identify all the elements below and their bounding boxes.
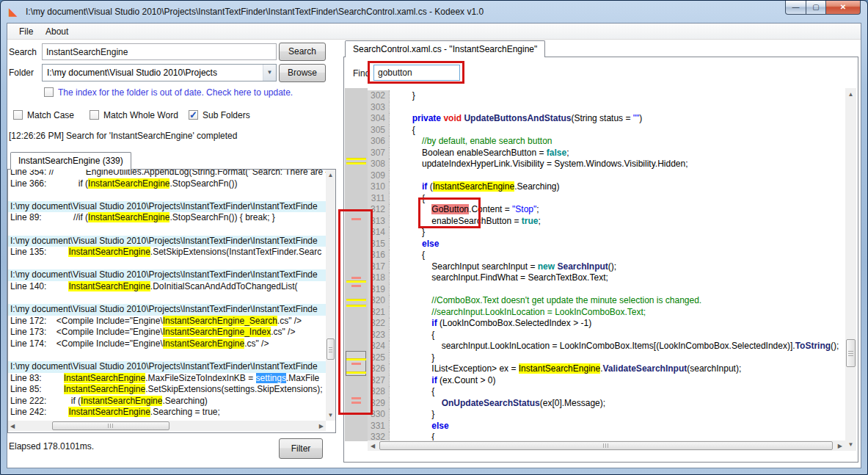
code-line[interactable]: 305 { (368, 125, 845, 137)
scroll-left-icon[interactable]: ◀ (10, 423, 15, 429)
result-row[interactable]: Line 222: if (InstantSearchEngine.Search… (8, 396, 326, 407)
window-title: I:\my document\Visual Studio 2010\Projec… (26, 7, 484, 17)
code-line[interactable]: 328 { (368, 386, 845, 398)
code-line[interactable]: 309 (368, 170, 845, 182)
search-label: Search (9, 47, 37, 57)
title-bar[interactable]: ◣ I:\my document\Visual Studio 2010\Proj… (1, 1, 867, 23)
result-row[interactable]: Line 242: InstantSearchEngine.Searching … (8, 407, 326, 418)
scroll-left-icon[interactable]: ◀ (371, 443, 375, 449)
scroll-right-icon[interactable]: ▶ (838, 443, 842, 449)
editor-tab[interactable]: SearchControl.xaml.cs - "InstantSearchEn… (345, 40, 545, 57)
code-line[interactable]: 320 //ComboBox.Text doesn't get update t… (368, 295, 845, 307)
scroll-marker-yellow[interactable] (346, 158, 366, 160)
results-hscroll-thumb[interactable] (52, 421, 169, 430)
code-line[interactable]: 303 (368, 102, 845, 114)
match-whole-word-checkbox[interactable] (90, 110, 99, 120)
chevron-down-icon[interactable]: ▼ (263, 65, 276, 81)
match-case-checkbox[interactable] (13, 110, 23, 120)
markerbar-annotation-box (338, 209, 373, 415)
code-line[interactable]: 317 SearchInput searchInput = new Search… (368, 261, 845, 273)
code-line[interactable]: 318 searchInput.FindWhat = SearchTextBox… (368, 272, 845, 284)
result-file-header[interactable]: I:\my document\Visual Studio 2010\Projec… (8, 304, 326, 316)
menu-about[interactable]: About (45, 26, 68, 37)
code-line[interactable]: 310 if (InstantSearchEngine.Searching) (368, 181, 845, 193)
results-vscrollbar[interactable]: ▲ ▼ (326, 170, 335, 421)
result-row[interactable]: Line 140: InstantSearchEngine.DoInitialS… (8, 281, 326, 293)
result-spacer (8, 258, 326, 270)
result-row[interactable]: Line 83: InstantSearchEngine.MaxFileSize… (8, 373, 326, 385)
result-file-header[interactable]: I:\my document\Visual Studio 2010\Projec… (8, 201, 326, 213)
result-row[interactable]: Line 354: // EngineUtilities.AppendLog(S… (8, 170, 326, 178)
code-line[interactable]: 331 else (368, 421, 845, 432)
match-highlight: InstantSearchEngine (88, 178, 169, 189)
code-line[interactable]: 325 } (368, 352, 845, 364)
result-file-header[interactable]: I:\my document\Visual Studio 2010\Projec… (8, 236, 326, 247)
line-number: 307 (368, 148, 390, 159)
results-hscrollbar[interactable]: ◀ ▶ (8, 421, 326, 431)
elapsed-text: Elapsed 178.0101ms. (9, 441, 94, 452)
scroll-marker-yellow[interactable] (346, 162, 366, 164)
update-index-link[interactable]: The index for the folder is out of date.… (58, 87, 293, 98)
menu-file[interactable]: File (19, 26, 33, 37)
line-number: 310 (368, 181, 390, 193)
search-input[interactable] (42, 43, 277, 60)
code-line[interactable]: 326 IList<Exception> ex = InstantSearchE… (368, 363, 845, 375)
browse-button[interactable]: Browse (279, 64, 326, 82)
minimize-button[interactable]: — (785, 1, 806, 15)
filter-button[interactable]: Filter (279, 438, 323, 459)
update-index-checkbox[interactable] (44, 87, 54, 97)
sub-folders-checkbox[interactable] (189, 110, 198, 120)
result-file-header[interactable]: I:\my document\Visual Studio 2010\Projec… (8, 361, 326, 373)
code-line[interactable]: 316 { (368, 250, 845, 261)
result-row[interactable]: Line 173: <Compile Include="Engine\Insta… (8, 327, 326, 338)
code-vscrollbar[interactable]: ▲ ▼ (845, 88, 856, 451)
menu-bar: File About (7, 23, 861, 40)
code-line[interactable]: 308 updateIndexHyperLink.Visibility = Sy… (368, 159, 845, 170)
code-line[interactable]: 304 private void UpdateButtonsAndStatus(… (368, 113, 845, 125)
code-line[interactable]: 323 { (368, 330, 845, 341)
code-line[interactable]: 322 if (LookInComboBox.SelectedIndex > -… (368, 318, 845, 330)
result-file-header[interactable]: I:\my document\Visual Studio 2010\Projec… (8, 269, 326, 281)
match-highlight: InstantSearchEngine (64, 373, 145, 383)
results-tab[interactable]: InstantSearchEngine (339) (10, 152, 131, 170)
code-vscroll-thumb[interactable] (846, 339, 856, 367)
code-line[interactable]: 315 else (368, 239, 845, 250)
line-number: 311 (368, 193, 390, 205)
result-spacer (8, 350, 326, 362)
code-line[interactable]: 306 //by default, enable search button (368, 136, 845, 148)
result-row[interactable]: Line 172: <Compile Include="Engine\Insta… (8, 316, 326, 327)
code-hscrollbar[interactable]: ◀ ▶ (368, 440, 845, 451)
code-line[interactable]: 329 OnUpdateSearchStatus(ex[0].Message); (368, 398, 845, 410)
code-line[interactable]: 327 if (ex.Count > 0) (368, 375, 845, 387)
maximize-button[interactable]: ▢ (806, 1, 826, 15)
result-row[interactable]: Line 85: InstantSearchEngine.SetSkipExte… (8, 384, 326, 396)
match-highlight: InstantSearchEngine (68, 407, 150, 417)
result-row[interactable]: Line 89: //if (InstantSearchEngine.StopS… (8, 212, 326, 224)
result-row[interactable]: Line 366: if (InstantSearchEngine.StopSe… (8, 178, 326, 190)
folder-combobox[interactable]: I:\my document\Visual Studio 2010\Projec… (42, 64, 277, 81)
search-status-text: [12:26:26 PM] Search for 'InstantSearchE… (9, 131, 237, 141)
code-editor[interactable]: 302 }303304 private void UpdateButtonsAn… (368, 88, 845, 442)
scroll-down-icon[interactable]: ▼ (845, 441, 856, 448)
code-line[interactable]: 319 (368, 284, 845, 296)
scroll-up-icon[interactable]: ▲ (845, 91, 856, 98)
result-row[interactable]: Line 135: InstantSearchEngine.SetSkipExt… (8, 247, 326, 258)
scroll-up-icon[interactable]: ▲ (326, 172, 335, 178)
line-number: 303 (368, 102, 390, 114)
results-vscroll-thumb[interactable] (327, 338, 335, 360)
match-highlight: InstantSearchEngine (68, 247, 150, 257)
code-line[interactable]: 321 //searchInput.LookInLocation = LookI… (368, 307, 845, 319)
scroll-right-icon[interactable]: ▶ (319, 423, 324, 429)
code-line[interactable]: 302 } (368, 90, 845, 102)
code-line[interactable]: 330 } (368, 409, 845, 421)
close-button[interactable]: ✕ (826, 1, 861, 15)
match-highlight: InstantSearchEngine (163, 338, 244, 349)
code-hscroll-thumb[interactable] (379, 441, 833, 450)
code-lines: 302 }303304 private void UpdateButtonsAn… (368, 90, 845, 442)
result-row[interactable]: Line 174: <Compile Include="Engine\Insta… (8, 338, 326, 350)
code-line[interactable]: 314 } (368, 227, 845, 239)
scroll-down-icon[interactable]: ▼ (326, 412, 335, 418)
code-line[interactable]: 307 Boolean enableSearchButton = false; (368, 148, 845, 159)
code-line[interactable]: 324 searchInput.LookInLocation = LookInC… (368, 341, 845, 352)
search-button[interactable]: Search (279, 43, 326, 61)
